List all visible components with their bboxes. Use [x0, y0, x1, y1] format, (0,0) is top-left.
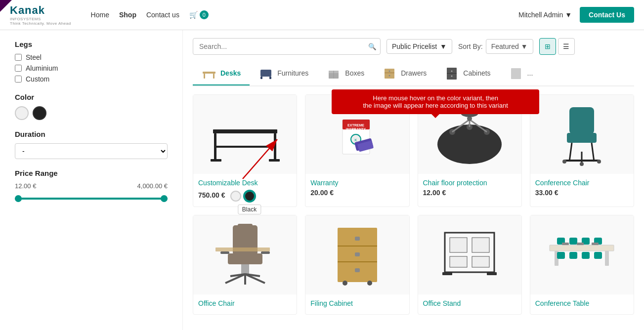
- svg-rect-63: [215, 248, 270, 251]
- pricelist-dropdown[interactable]: Public Pricelist ▼: [386, 39, 452, 54]
- color-variants-desk: Black: [230, 191, 255, 202]
- logo-tagline: Think Technically. Move Ahead: [10, 21, 71, 26]
- color-white-swatch[interactable]: [15, 106, 29, 120]
- product-info-stand: Office Stand: [418, 294, 521, 314]
- duration-select[interactable]: -: [15, 143, 168, 159]
- sort-value: Featured: [491, 42, 519, 50]
- svg-point-70: [343, 281, 347, 286]
- svg-rect-83: [569, 238, 577, 245]
- contact-us-button[interactable]: Contact Us: [580, 7, 634, 23]
- list-icon: ☰: [563, 42, 569, 50]
- svg-point-50: [597, 160, 601, 164]
- product-info-office-chair: Office Chair: [193, 294, 297, 314]
- conf-table-svg: [547, 223, 616, 287]
- product-info-floor: Chair floor protection 12.00 €: [418, 174, 521, 202]
- price-range-labels: 12.00 € 4,000.00 €: [15, 182, 168, 190]
- svg-rect-66: [338, 261, 377, 262]
- sort-label: Sort By:: [458, 42, 483, 50]
- legs-custom-option[interactable]: Custom: [15, 75, 168, 83]
- duration-title: Duration: [15, 130, 168, 138]
- category-furnitures-label: Furnitures: [277, 69, 308, 77]
- svg-point-51: [580, 162, 584, 166]
- nav-shop[interactable]: Shop: [119, 11, 136, 19]
- search-icon: 🔍: [368, 43, 377, 50]
- logo-name: Kanak: [10, 4, 45, 17]
- legs-aluminium-option[interactable]: Aluminium: [15, 64, 168, 72]
- product-image-chair: [530, 95, 634, 174]
- price-max: 4,000.00 €: [137, 182, 168, 190]
- black-tooltip: Black: [238, 205, 261, 214]
- chevron-down-icon: ▼: [565, 11, 572, 19]
- product-name-office-chair[interactable]: Office Chair: [198, 299, 292, 307]
- drawers-icon: [382, 66, 397, 81]
- search-bar: 🔍 Public Pricelist ▼ Sort By: Featured ▼…: [193, 38, 634, 55]
- color-section: Color: [15, 93, 168, 120]
- search-input[interactable]: [193, 38, 381, 55]
- main-nav: Home Shop Contact us: [91, 11, 179, 19]
- view-toggle: ⊞ ☰: [539, 38, 575, 55]
- variant-black-desk[interactable]: Black: [244, 191, 255, 202]
- price-range-slider[interactable]: [15, 194, 168, 204]
- svg-rect-92: [592, 243, 599, 245]
- nav-home[interactable]: Home: [91, 11, 109, 19]
- user-menu[interactable]: Mitchell Admin ▼: [518, 11, 572, 19]
- product-name-warranty[interactable]: Warranty: [310, 179, 404, 187]
- grid-view-button[interactable]: ⊞: [539, 38, 556, 55]
- product-name-chair[interactable]: Conference Chair: [535, 179, 629, 187]
- header: Kanak INFOSYSTEMS Think Technically. Mov…: [0, 0, 644, 30]
- product-card-warranty: EXTREME WARRANTY K Warranty 20.00 €: [305, 94, 409, 207]
- sort-dropdown[interactable]: Featured ▼: [486, 39, 533, 54]
- legs-title: Legs: [15, 40, 168, 48]
- svg-point-49: [562, 160, 566, 164]
- color-swatches: [15, 106, 168, 120]
- nav-contact[interactable]: Contact us: [146, 11, 179, 19]
- cabinets-icon: [444, 66, 459, 81]
- category-tab-drawers[interactable]: Drawers: [373, 62, 435, 85]
- legs-steel-checkbox[interactable]: [15, 54, 22, 61]
- category-tab-more[interactable]: ...: [500, 62, 542, 85]
- product-image-stand: [418, 215, 521, 294]
- variant-white-desk[interactable]: [230, 191, 241, 202]
- svg-rect-90: [562, 243, 569, 245]
- svg-rect-14: [447, 73, 457, 74]
- range-thumb-min[interactable]: [15, 195, 22, 202]
- legs-steel-option[interactable]: Steel: [15, 53, 168, 61]
- svg-point-12: [389, 75, 390, 77]
- svg-rect-5: [269, 77, 271, 79]
- grid-icon: ⊞: [545, 42, 551, 50]
- duration-section: Duration -: [15, 130, 168, 159]
- category-tab-desks[interactable]: Desks: [193, 62, 250, 85]
- svg-line-46: [592, 143, 594, 162]
- cart-button[interactable]: 🛒 0: [189, 10, 209, 19]
- legs-aluminium-checkbox[interactable]: [15, 65, 22, 72]
- product-name-desk[interactable]: Customizable Desk: [198, 179, 292, 187]
- category-tab-boxes[interactable]: Boxes: [317, 62, 373, 85]
- svg-rect-55: [220, 251, 229, 254]
- svg-point-42: [461, 109, 478, 117]
- product-info-cabinet: Filing Cabinet: [305, 294, 409, 314]
- color-black-swatch[interactable]: [33, 106, 46, 120]
- price-range-section: Price Range 12.00 € 4,000.00 €: [15, 169, 168, 204]
- list-view-button[interactable]: ☰: [558, 38, 575, 55]
- product-image-floor: [418, 95, 521, 174]
- search-button[interactable]: 🔍: [368, 43, 377, 50]
- category-tab-furnitures[interactable]: Furnitures: [250, 62, 317, 85]
- product-name-stand[interactable]: Office Stand: [423, 299, 516, 307]
- product-name-floor[interactable]: Chair floor protection: [423, 179, 516, 187]
- legs-custom-label: Custom: [26, 75, 49, 83]
- logo[interactable]: Kanak INFOSYSTEMS Think Technically. Mov…: [10, 4, 71, 26]
- product-name-cabinet[interactable]: Filing Cabinet: [310, 299, 404, 307]
- legs-section: Legs Steel Aluminium Custom: [15, 40, 168, 83]
- svg-rect-56: [261, 251, 270, 254]
- svg-rect-77: [442, 272, 452, 275]
- category-tab-cabinets[interactable]: Cabinets: [435, 62, 499, 85]
- price-range-title: Price Range: [15, 169, 168, 177]
- product-name-conf-table[interactable]: Conference Table: [535, 299, 629, 307]
- range-thumb-max[interactable]: [161, 195, 168, 202]
- boxes-icon: [326, 66, 341, 81]
- legs-custom-checkbox[interactable]: [15, 76, 22, 82]
- svg-rect-57: [241, 264, 249, 274]
- svg-rect-67: [355, 237, 360, 241]
- svg-text:WARRANTY: WARRANTY: [346, 127, 366, 131]
- svg-rect-19: [214, 133, 216, 161]
